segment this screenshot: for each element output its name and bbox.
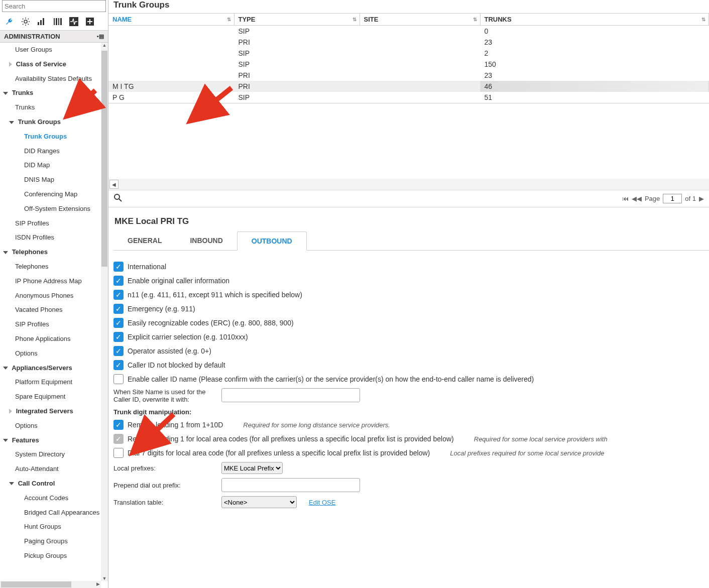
- nav-options[interactable]: Options: [0, 346, 101, 361]
- input-site-name-overwrite[interactable]: [221, 388, 360, 402]
- nav-auto-attendant[interactable]: Auto-Attendant: [0, 462, 101, 477]
- nav-user-groups[interactable]: User Groups: [0, 43, 101, 57]
- lbl-remove1-10d: Remove leading 1 from 1+10D: [128, 421, 223, 429]
- nav-appliances[interactable]: Appliances/Servers: [0, 361, 101, 376]
- gear-icon[interactable]: [21, 17, 30, 26]
- nav-vacated-phones[interactable]: Vacated Phones: [0, 303, 101, 317]
- nav-trunk-groups[interactable]: Trunk Groups: [0, 115, 101, 130]
- nav-telephones-sub[interactable]: Telephones: [0, 260, 101, 274]
- nav-sip-profiles-2[interactable]: SIP Profiles: [0, 317, 101, 332]
- chk-n11[interactable]: ✓: [113, 290, 124, 300]
- nav-platform-equipment[interactable]: Platform Equipment: [0, 375, 101, 390]
- search-icon[interactable]: [113, 193, 123, 204]
- hint-dial7: Local prefixes required for some local s…: [450, 449, 604, 457]
- col-type[interactable]: TYPE⇅: [234, 14, 360, 26]
- col-trunks[interactable]: TRUNKS⇅: [480, 14, 709, 26]
- nav-off-system-ext[interactable]: Off-System Extensions: [0, 202, 101, 216]
- table-h-scroll[interactable]: ◀: [108, 179, 709, 190]
- first-page-icon[interactable]: ⏮: [622, 195, 629, 202]
- nav-did-ranges[interactable]: DID Ranges: [0, 144, 101, 159]
- chk-orig-caller[interactable]: ✓: [113, 276, 124, 286]
- nav-did-map[interactable]: DID Map: [0, 158, 101, 173]
- nav-dnis-map[interactable]: DNIS Map: [0, 173, 101, 187]
- sort-icon[interactable]: ⇅: [352, 17, 357, 22]
- page-input[interactable]: [663, 194, 682, 203]
- next-page-icon[interactable]: ▶: [699, 195, 704, 202]
- nav-system-directory[interactable]: System Directory: [0, 447, 101, 462]
- sidebar-h-scrollbar[interactable]: ◀ ▶: [0, 581, 101, 588]
- nav-trunks[interactable]: Trunks: [0, 86, 101, 100]
- nav-options-2[interactable]: Options: [0, 419, 101, 433]
- col-name[interactable]: NAME⇅: [108, 14, 234, 26]
- nav-call-control[interactable]: Call Control: [0, 477, 101, 491]
- scroll-left-icon[interactable]: ◀: [109, 180, 119, 189]
- search-input[interactable]: [2, 0, 106, 12]
- chk-cid-not-blocked[interactable]: ✓: [113, 360, 124, 370]
- plus-box-icon[interactable]: [85, 17, 94, 26]
- nav-bridged-call[interactable]: Bridged Call Appearances: [0, 506, 101, 520]
- nav-integrated-servers[interactable]: Integrated Servers: [0, 404, 101, 419]
- input-prepend-prefix[interactable]: [221, 478, 360, 492]
- nav-trunk-groups-sub[interactable]: Trunk Groups: [0, 130, 101, 144]
- chk-operator[interactable]: ✓: [113, 346, 124, 356]
- table-row[interactable]: P GSIP51: [108, 92, 709, 103]
- nav-isdn-profiles[interactable]: ISDN Profiles: [0, 230, 101, 245]
- tab-outbound[interactable]: OUTBOUND: [237, 231, 307, 251]
- chk-remove1-10d[interactable]: ✓: [113, 420, 124, 430]
- table-row[interactable]: SIP150: [108, 59, 709, 70]
- chk-carrier[interactable]: ✓: [113, 332, 124, 342]
- main-panel: Trunk Groups NAME⇅ TYPE⇅ SITE⇅ TRUNKS⇅ S…: [108, 0, 709, 588]
- nav-features[interactable]: Features: [0, 433, 101, 448]
- nav-account-codes[interactable]: Account Codes: [0, 491, 101, 506]
- nav-ip-phone-map[interactable]: IP Phone Address Map: [0, 274, 101, 289]
- nav-trunks-sub[interactable]: Trunks: [0, 100, 101, 115]
- nav-hunt-groups[interactable]: Hunt Groups: [0, 520, 101, 534]
- chk-remove1-local[interactable]: ✓: [113, 434, 124, 444]
- sort-icon[interactable]: ⇅: [473, 17, 477, 22]
- chk-international[interactable]: ✓: [113, 262, 124, 272]
- cell-trunks: 23: [480, 70, 709, 81]
- tab-inbound[interactable]: INBOUND: [176, 231, 237, 250]
- collapse-section-icon[interactable]: ▪▤: [97, 33, 104, 40]
- tab-general[interactable]: GENERAL: [113, 231, 176, 250]
- barcode-icon[interactable]: [53, 17, 62, 26]
- expand-icon: [9, 409, 12, 414]
- link-edit-ose[interactable]: Edit OSE: [309, 499, 335, 506]
- bars-icon[interactable]: [37, 17, 46, 26]
- nav-sip-profiles[interactable]: SIP Profiles: [0, 216, 101, 231]
- chk-emergency[interactable]: ✓: [113, 304, 124, 314]
- col-site[interactable]: SITE⇅: [360, 14, 480, 26]
- nav-telephones[interactable]: Telephones: [0, 245, 101, 260]
- table-row[interactable]: PRI23: [108, 37, 709, 48]
- table-row[interactable]: SIP2: [108, 48, 709, 59]
- wrench-icon[interactable]: [5, 17, 14, 26]
- chk-dial7[interactable]: [113, 448, 124, 458]
- nav-conferencing-map[interactable]: Conferencing Map: [0, 187, 101, 202]
- cell-name: [108, 48, 234, 59]
- sort-icon[interactable]: ⇅: [227, 17, 231, 22]
- nav-avail-states[interactable]: Availability States Defaults: [0, 72, 101, 86]
- nav-pickup-groups[interactable]: Pickup Groups: [0, 549, 101, 563]
- nav-paging-groups[interactable]: Paging Groups: [0, 534, 101, 549]
- svg-point-20: [114, 194, 120, 199]
- chk-cid-name[interactable]: [113, 374, 124, 384]
- svg-rect-11: [43, 18, 44, 25]
- table-row[interactable]: M I TGPRI46: [108, 81, 709, 92]
- nav-phone-apps[interactable]: Phone Applications: [0, 332, 101, 346]
- svg-line-6: [28, 24, 29, 25]
- table-row[interactable]: PRI23: [108, 70, 709, 81]
- sidebar-scrollbar[interactable]: ▲ ▼: [101, 43, 108, 581]
- chk-erc[interactable]: ✓: [113, 318, 124, 328]
- sort-icon[interactable]: ⇅: [701, 17, 705, 22]
- lbl-carrier: Explicit carrier selection (e.g. 1010xxx…: [128, 333, 248, 341]
- pulse-icon[interactable]: [69, 17, 78, 26]
- sel-local-prefixes[interactable]: MKE Local Prefix: [221, 462, 283, 474]
- lbl-site-name-overwrite: When Site Name is used for the Caller ID…: [113, 388, 221, 403]
- nav-spare-equipment[interactable]: Spare Equipment: [0, 390, 101, 404]
- nav-anon-phones[interactable]: Anonymous Phones: [0, 289, 101, 303]
- nav-class-of-service[interactable]: Class of Service: [0, 57, 101, 72]
- prev-page-icon[interactable]: ◀◀: [632, 195, 642, 202]
- sel-translation-table[interactable]: <None>: [221, 496, 297, 508]
- table-row[interactable]: SIP0: [108, 26, 709, 37]
- caret-down-icon: [3, 92, 8, 95]
